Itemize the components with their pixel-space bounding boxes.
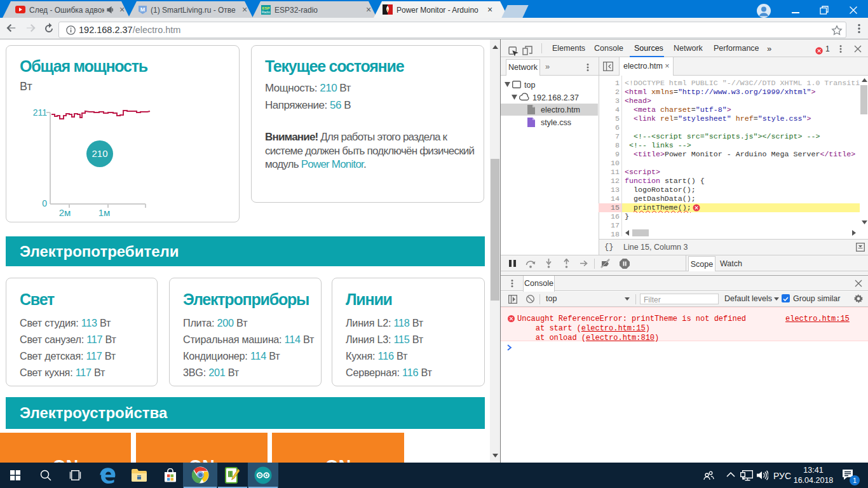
svg-text:210: 210 xyxy=(92,148,107,159)
svg-text:0: 0 xyxy=(42,198,47,208)
svg-text:2м: 2м xyxy=(59,207,71,218)
svg-text:Radio: Radio xyxy=(262,10,270,14)
svg-text:1м: 1м xyxy=(98,207,111,218)
svg-text:М: М xyxy=(140,6,146,13)
svg-text:211: 211 xyxy=(33,107,48,118)
